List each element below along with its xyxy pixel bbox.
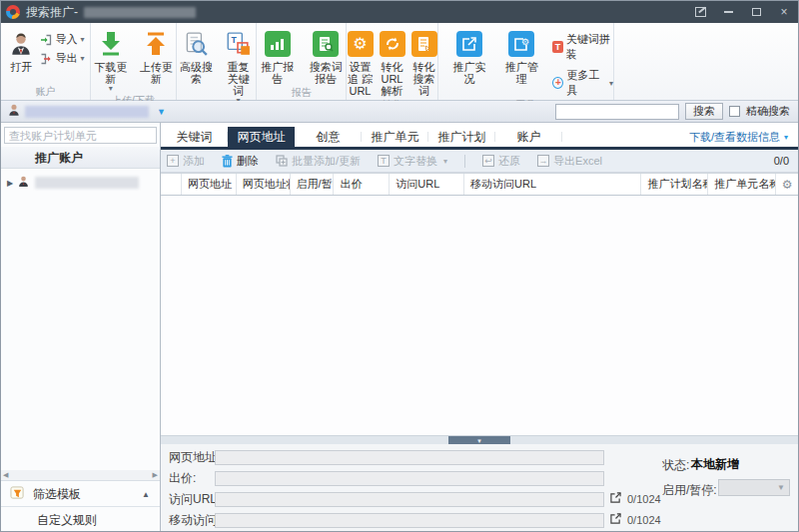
download-update-button[interactable]: 下载更新 ▾ [91,28,131,94]
gear-icon: ⚙ [782,178,793,192]
visit-url-field[interactable] [215,492,604,507]
add-icon: + [167,155,179,167]
bid-field-label: 出价: [169,470,196,487]
add-button[interactable]: + 添加 [167,154,205,169]
ribbon-group-report: 推广报告 搜索词 报告 报告 [257,23,347,100]
panel-splitter: ▼ [161,435,798,444]
promotion-manage-button[interactable]: ⚙ 推广管理 [500,28,542,86]
minimize-button[interactable] [714,1,742,23]
col-campaign-name[interactable]: 推广计划名称 [641,174,708,195]
col-mobile-visit-url[interactable]: 移动访问URL [464,174,641,195]
table-body-empty[interactable] [161,196,798,435]
doc-magnifier-icon [183,29,209,59]
search-button[interactable]: 搜索 [685,103,723,120]
more-tools-caret-icon: ▾ [609,79,613,88]
import-button[interactable]: 导入 ▾ [40,32,84,47]
table-header: 网页地址 网页地址状态 启用/暂停 出价 访问URL 移动访问URL 推广计划名… [161,173,798,196]
duplicate-keywords-button[interactable]: T 重复 关键词 ▾ [221,28,256,106]
keyword-assembly-button[interactable]: T 关键词拼装 [552,32,613,62]
sidebar-horizontal-scrollbar[interactable]: ◀ ▶ [1,470,160,481]
advanced-search-button[interactable]: 高级搜索 [177,28,216,86]
redacted-tree-account [35,177,139,189]
col-ad-unit-name[interactable]: 推广单元名称 [708,174,776,195]
app-window: 搜索推广- × 打开 导入 ▾ [0,0,799,532]
custom-rules-label: 自定义规则 [37,512,97,529]
download-update-label: 下载更新 [93,61,129,85]
import-icon [40,34,52,46]
bid-field[interactable] [215,471,604,486]
restore-button[interactable]: ↩ 还原 [482,154,520,169]
filter-collapse-icon[interactable]: ▲ [142,490,150,499]
conversion-doc-icon [411,31,437,57]
promotion-live-button[interactable]: 推广实况 [448,28,490,86]
redacted-account-name [25,106,149,118]
tab-campaigns[interactable]: 推广计划 [428,127,495,147]
global-search-input[interactable] [555,104,679,120]
account-dropdown-icon[interactable]: ▼ [157,107,166,117]
maximize-icon [752,8,761,16]
expand-visit-url-button[interactable] [610,492,621,506]
conversion-search-terms-button[interactable]: 转化 搜索词 [409,28,439,98]
promotion-manage-label: 推广管理 [502,61,540,85]
set-tracking-url-button[interactable]: ⚙ 设置追 踪URL [346,28,376,98]
sidebar-search-box [4,127,157,144]
mobile-visit-url-field[interactable] [215,513,604,528]
maximize-button[interactable] [742,1,770,23]
keyword-t-icon: T [552,41,562,53]
col-enable-pause[interactable]: 启用/暂停 [291,174,335,195]
col-webpage-url-status[interactable]: 网页地址状态 [237,174,291,195]
svg-text:⚙: ⚙ [521,37,529,47]
tab-account[interactable]: 账户 [495,127,562,147]
export-excel-button[interactable]: → 导出Excel [537,154,602,169]
download-view-data-link[interactable]: 下载/查看数据信息 ▾ [689,127,798,147]
expand-icon [610,513,621,524]
upload-update-button[interactable]: 上传更新 [137,28,177,86]
tree-header: 推广账户 [1,147,160,169]
open-button[interactable]: 打开 [6,28,36,74]
col-visit-url[interactable]: 访问URL [390,174,464,195]
expand-mobile-visit-url-button[interactable] [610,513,621,527]
plus-circle-icon: + [552,77,563,89]
gear-icon: ⚙ [348,31,374,57]
col-bid[interactable]: 出价 [334,174,390,195]
webpage-url-field[interactable] [215,450,604,465]
export-caret-icon: ▾ [80,54,84,63]
scroll-left-icon[interactable]: ◀ [3,471,8,479]
text-replace-button[interactable]: T 文字替换 ▾ [378,154,447,169]
batch-add-update-button[interactable]: 批量添加/更新 [276,154,361,169]
tab-webpage-url[interactable]: 网页地址 [228,127,295,147]
more-tools-button[interactable]: + 更多工具 ▾ [552,68,613,98]
tab-keywords[interactable]: 关键词 [161,127,228,147]
upload-update-label: 上传更新 [139,61,175,85]
close-button[interactable]: × [770,1,798,23]
delete-button[interactable]: 删除 [222,154,259,169]
tab-ad-units[interactable]: 推广单元 [362,127,428,147]
exact-search-label: 精确搜索 [746,104,790,119]
col-webpage-url[interactable]: 网页地址 [182,174,237,195]
ribbon-group-account: 打开 导入 ▾ 导出 ▾ 账户 [1,23,91,100]
ribbon-group-filter: 高级搜索 T 重复 关键词 ▾ 筛选 [177,23,257,100]
account-tree-item[interactable]: ▶ [1,173,160,193]
sidebar: 推广账户 ▶ ◀ ▶ 筛选模板 ▲ 自定义规则 [1,123,161,531]
tree-expand-icon[interactable]: ▶ [7,179,13,188]
account-avatar [7,103,21,120]
app-title: 搜索推广- [26,4,78,21]
export-button[interactable]: 导出 ▾ [40,51,84,66]
search-term-report-button[interactable]: 搜索词 报告 [306,28,346,86]
custom-rules-row[interactable]: 自定义规则 [1,508,160,532]
ribbon-group-tools: 推广实况 ⚙ 推广管理 T 关键词拼装 + 更多工具 [438,23,614,100]
tab-creatives[interactable]: 创意 [295,127,362,147]
conversion-url-parse-button[interactable]: 转化 URL解析 [378,28,407,98]
sidebar-search-input[interactable] [5,130,155,142]
tree-avatar-icon [17,175,30,191]
webpage-url-field-label: 网页地址: [169,449,220,466]
export-excel-icon: → [537,155,549,167]
scroll-right-icon[interactable]: ▶ [153,471,158,479]
advanced-search-label: 高级搜索 [179,61,214,85]
column-settings-button[interactable]: ⚙ [776,174,798,195]
feedback-button[interactable] [686,1,714,23]
exact-search-checkbox[interactable] [729,106,740,117]
promotion-report-button[interactable]: 推广报告 [257,28,298,86]
filter-template-row[interactable]: 筛选模板 ▲ [1,482,160,507]
toolbar-divider [464,155,465,168]
